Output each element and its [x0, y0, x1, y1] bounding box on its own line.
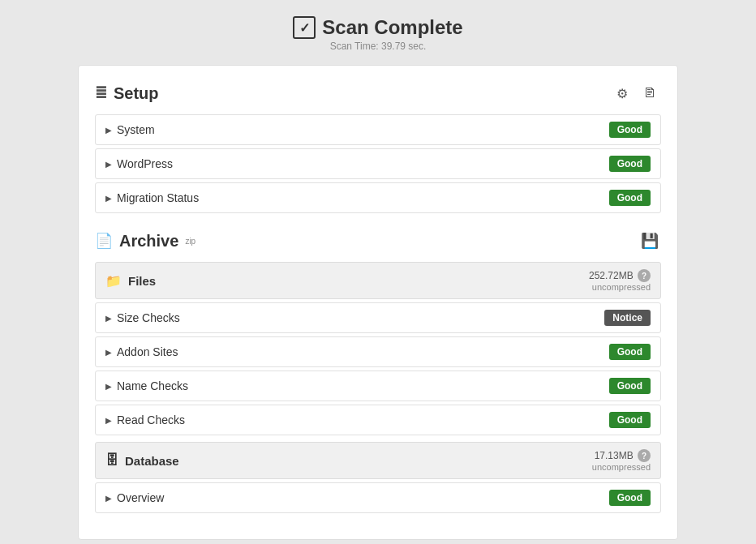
row-label: Read Checks — [117, 413, 185, 426]
database-icon: 🗄 — [105, 453, 118, 468]
scan-title: ✓ Scan Complete — [293, 16, 462, 39]
setup-section-title: ≣ Setup — [95, 84, 159, 103]
database-group-header: 🗄 Database 17.13MB ? uncompressed — [95, 442, 661, 479]
archive-section-title: 📄 Archive zip — [95, 232, 195, 251]
status-badge: Good — [609, 190, 651, 206]
row-arrow: ▶ — [105, 494, 112, 503]
row-label: Migration Status — [117, 191, 199, 204]
row-label: WordPress — [117, 157, 173, 170]
files-row-item[interactable]: ▶ Name Checks Good — [95, 371, 661, 401]
row-label: Overview — [117, 491, 164, 504]
files-row-item[interactable]: ▶ Addon Sites Good — [95, 336, 661, 367]
files-group-header: 📁 Files 252.72MB ? uncompressed — [95, 262, 661, 299]
archive-icon: 📄 — [95, 232, 113, 250]
setup-export-button[interactable]: 🖹 — [638, 82, 661, 105]
row-label: System — [117, 123, 155, 136]
status-badge: Good — [609, 412, 651, 428]
archive-save-button[interactable]: 💾 — [638, 229, 661, 252]
check-icon: ✓ — [293, 16, 316, 39]
setup-row-item[interactable]: ▶ Migration Status Good — [95, 182, 661, 213]
row-arrow: ▶ — [105, 126, 112, 135]
page-header: ✓ Scan Complete Scan Time: 39.79 sec. — [293, 16, 462, 52]
setup-section-header: ≣ Setup ⚙ 🖹 — [95, 82, 661, 105]
setup-section-actions: ⚙ 🖹 — [611, 82, 661, 105]
archive-section-divider: 📄 Archive zip 💾 📁 Files 252.72MB ? uncom… — [95, 229, 661, 513]
row-label: Addon Sites — [117, 345, 178, 358]
main-card: ≣ Setup ⚙ 🖹 ▶ System Good ▶ WordPress Go… — [78, 65, 678, 540]
status-badge: Good — [609, 344, 651, 360]
setup-gear-button[interactable]: ⚙ — [611, 82, 634, 105]
files-group-left: 📁 Files — [105, 273, 156, 289]
scan-subtitle: Scan Time: 39.79 sec. — [330, 41, 427, 52]
row-arrow: ▶ — [105, 382, 112, 391]
files-info-icon[interactable]: ? — [638, 269, 651, 282]
database-size: 17.13MB ? — [595, 449, 651, 462]
setup-icon: ≣ — [95, 84, 107, 102]
setup-row-item[interactable]: ▶ System Good — [95, 114, 661, 145]
scan-title-text: Scan Complete — [322, 16, 462, 39]
files-row-item[interactable]: ▶ Read Checks Good — [95, 405, 661, 435]
database-group-left: 🗄 Database — [105, 453, 179, 468]
setup-rows: ▶ System Good ▶ WordPress Good ▶ Migrati… — [95, 114, 661, 213]
archive-section-actions: 💾 — [638, 229, 661, 252]
database-row-item[interactable]: ▶ Overview Good — [95, 482, 661, 513]
row-arrow: ▶ — [105, 416, 112, 425]
files-size: 252.72MB ? — [589, 269, 651, 282]
row-arrow: ▶ — [105, 314, 112, 323]
row-label: Name Checks — [117, 379, 188, 392]
status-badge: Good — [609, 122, 651, 138]
status-badge: Good — [609, 156, 651, 172]
setup-row-item[interactable]: ▶ WordPress Good — [95, 148, 661, 179]
files-group-right: 252.72MB ? uncompressed — [589, 269, 651, 292]
archive-section-header: 📄 Archive zip 💾 — [95, 229, 661, 252]
database-info-icon[interactable]: ? — [638, 449, 651, 462]
folder-icon: 📁 — [105, 273, 122, 289]
files-row-item[interactable]: ▶ Size Checks Notice — [95, 302, 661, 333]
row-label: Size Checks — [117, 311, 180, 324]
row-arrow: ▶ — [105, 348, 112, 357]
database-rows: ▶ Overview Good — [95, 482, 661, 513]
status-badge: Good — [609, 490, 651, 506]
files-rows: ▶ Size Checks Notice ▶ Addon Sites Good … — [95, 302, 661, 435]
status-badge: Notice — [604, 310, 651, 326]
database-group-right: 17.13MB ? uncompressed — [592, 449, 651, 472]
row-arrow: ▶ — [105, 194, 112, 203]
status-badge: Good — [609, 378, 651, 394]
row-arrow: ▶ — [105, 160, 112, 169]
